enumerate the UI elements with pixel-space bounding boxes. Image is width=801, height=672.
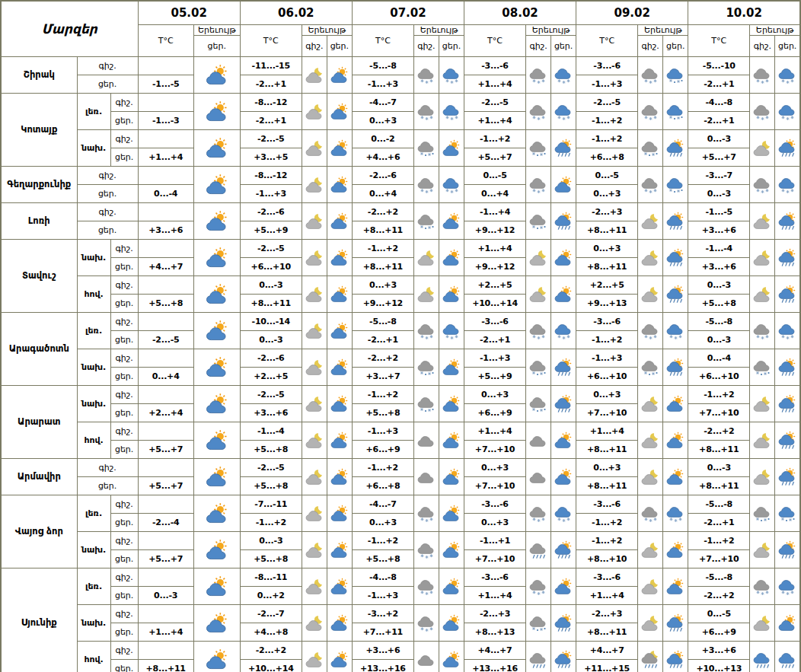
- temp-day: +5...+9: [240, 221, 302, 240]
- temp-night-05: [138, 532, 193, 550]
- moon-cloud-icon: [752, 540, 772, 560]
- date-header-07: 07.02: [352, 1, 464, 25]
- temp-day-05: +2...+4: [138, 404, 193, 422]
- temp-night: -1...+1: [464, 532, 526, 550]
- sun-cloud-icon-cell: [551, 240, 576, 276]
- cloud-snow-gray-icon: [640, 65, 660, 85]
- moon-cloud-icon-cell: [638, 532, 663, 568]
- sun-cloud-rain-icon: [777, 285, 797, 304]
- temp-day: +8...+11: [576, 441, 638, 459]
- cloud-snow-blue-icon-cell: [439, 94, 464, 130]
- sun-cloud-icon-cell: [663, 568, 688, 605]
- temp-day-05: +1...+4: [138, 148, 193, 167]
- cloud-sleet-gray-icon: [416, 358, 436, 377]
- cloud-snow-gray-icon: [416, 504, 436, 524]
- cloud-rain-blue-icon: [752, 650, 772, 670]
- sun-cloud-icon-cell: [327, 94, 352, 130]
- sun-cloud-icon-cell: [193, 568, 240, 605]
- temp-night: -5...-8: [352, 57, 413, 75]
- cloud-snow-blue-icon: [554, 65, 573, 85]
- sun-cloud-icon-cell: [193, 203, 240, 240]
- sun-cloud-icon: [205, 392, 229, 416]
- cloud-snow-blue-icon-cell: [663, 313, 688, 349]
- cloud-snow-blue-icon: [777, 175, 797, 195]
- sun-cloud-icon: [330, 285, 349, 304]
- cloud-snow-blue-icon: [554, 102, 573, 122]
- cloud-snow-gray-icon: [416, 540, 436, 560]
- temp-night: -1...+3: [576, 349, 638, 368]
- phenomenon-header: Երեւույթ: [526, 25, 576, 36]
- temp-day: +6...+9: [464, 404, 526, 422]
- sun-cloud-rain-icon: [554, 212, 573, 231]
- temp-day: +13...+16: [464, 660, 526, 672]
- cloud-rain-blue-icon: [777, 650, 797, 670]
- forecast-row-night: Տավուշնախ.գիշ.-2...-5-1...+2+1...+40...+…: [1, 240, 800, 258]
- day-row-label: ցեր.: [77, 75, 138, 94]
- cloud-snow-blue-icon: [777, 321, 797, 341]
- temp-night: -1...-4: [688, 240, 750, 258]
- temp-night: 0...+3: [576, 386, 638, 404]
- night-row-label: գիշ.: [110, 495, 138, 514]
- day-row-label: ցեր.: [110, 148, 138, 167]
- sun-cloud-icon: [330, 394, 349, 414]
- cloud-snow-gray-icon-cell: [526, 313, 551, 349]
- sun-cloud-icon: [442, 540, 461, 560]
- sun-cloud-rain-icon-cell: [775, 422, 800, 459]
- sun-cloud-icon-cell: [327, 203, 352, 240]
- moon-cloud-icon: [305, 431, 324, 451]
- temp-header: T°C: [138, 25, 193, 57]
- night-sublabel: գիշ.: [750, 36, 775, 57]
- temp-night-05: [138, 276, 193, 295]
- cloud-rain-blue-icon-cell: [775, 642, 800, 672]
- sun-cloud-icon: [330, 321, 349, 341]
- temp-day: -1...+2: [576, 331, 638, 349]
- cloud-snow-gray-icon: [752, 321, 772, 341]
- moon-cloud-icon-cell: [526, 276, 551, 313]
- cloud-snow-gray-icon: [528, 321, 548, 341]
- temp-day: -2...+1: [688, 112, 750, 130]
- temp-day: +1...+4: [464, 75, 526, 94]
- sun-cloud-rain-icon-cell: [775, 276, 800, 313]
- moon-cloud-icon-cell: [750, 532, 775, 568]
- temp-night: 0...-3: [240, 532, 302, 550]
- sun-cloud-icon: [330, 358, 349, 377]
- sun-cloud-icon-cell: [193, 240, 240, 276]
- sun-cloud-rain-icon-cell: [775, 130, 800, 167]
- temp-day: 0...+3: [352, 112, 413, 130]
- sun-cloud-icon: [205, 465, 229, 489]
- cloud-snow-gray-icon-cell: [750, 167, 775, 203]
- temp-night: -2...-5: [240, 459, 302, 477]
- terrain-label: նախ.: [77, 605, 110, 642]
- temp-night: 0...+3: [464, 459, 526, 477]
- sun-cloud-rain-icon-cell: [663, 349, 688, 386]
- cloud-snow-gray-icon: [752, 577, 772, 597]
- temp-day: +6...+10: [688, 368, 750, 386]
- moon-cloud-icon: [528, 285, 548, 304]
- moon-cloud-icon-cell: [302, 167, 327, 203]
- cloud-snow-blue-icon: [777, 102, 797, 122]
- temp-day-05: +5...+8: [138, 295, 193, 313]
- sun-cloud-icon: [205, 209, 229, 234]
- moon-cloud-icon: [640, 540, 660, 560]
- cloud-rain-gray-icon-cell: [526, 642, 551, 672]
- moon-cloud-icon-cell: [413, 276, 439, 313]
- temp-night-05: [138, 167, 193, 185]
- cloud-sleet-blue-icon-cell: [663, 167, 688, 203]
- terrain-label: նախ.: [77, 130, 110, 167]
- sun-cloud-icon-cell: [327, 532, 352, 568]
- cloud-sleet-gray-icon: [528, 358, 548, 377]
- cloud-snow-gray-icon-cell: [526, 568, 551, 605]
- cloud-snow-gray-icon-cell: [750, 313, 775, 349]
- cloud-rain-gray-icon: [528, 540, 548, 560]
- cloud-snow-gray-icon: [416, 175, 436, 195]
- cloud-snow-gray-icon-cell: [638, 167, 663, 203]
- forecast-row-night: նախ.գիշ.-2...-50...-2-1...+2-1...+20...-…: [1, 130, 800, 148]
- sun-cloud-rain-icon-cell: [551, 386, 576, 422]
- phenomenon-header: Երեւույթ: [413, 25, 464, 36]
- moon-cloud-icon: [416, 248, 436, 268]
- sun-cloud-icon: [442, 248, 461, 268]
- moon-cloud-icon-cell: [638, 203, 663, 240]
- temp-day: -2...+1: [688, 75, 750, 94]
- moon-cloud-icon: [305, 102, 324, 122]
- cloud-sleet-gray-icon-cell: [413, 203, 439, 240]
